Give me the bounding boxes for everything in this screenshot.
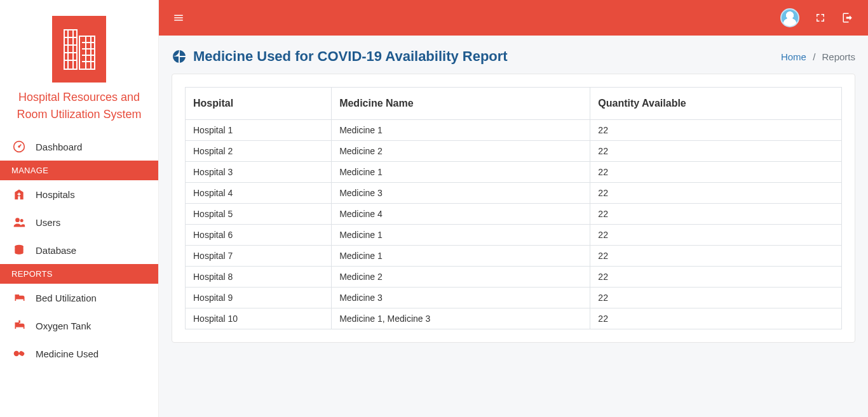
cell-hospital: Hospital 1 — [186, 120, 332, 141]
cell-hospital: Hospital 8 — [186, 267, 332, 288]
oxygen-tank-icon — [13, 319, 28, 332]
sidebar-item-label: Oxygen Tank — [36, 321, 91, 331]
cell-hospital: Hospital 5 — [186, 204, 332, 225]
sidebar-item-users[interactable]: Users — [0, 208, 158, 236]
cell-hospital: Hospital 3 — [186, 162, 332, 183]
svg-rect-17 — [18, 194, 21, 195]
sidebar-item-label: Dashboard — [36, 142, 82, 152]
hamburger-icon — [173, 12, 184, 23]
user-avatar[interactable] — [780, 8, 799, 27]
cell-medicine: Medicine 1 — [332, 162, 590, 183]
breadcrumb-home[interactable]: Home — [781, 51, 806, 62]
cell-medicine: Medicine 1 — [332, 120, 590, 141]
sidebar-header-manage: MANAGE — [0, 161, 158, 180]
database-icon — [13, 244, 28, 256]
table-row: Hospital 9Medicine 322 — [186, 288, 842, 308]
dashboard-icon — [13, 140, 28, 153]
sidebar-item-label: Bed Utilization — [36, 293, 97, 303]
cell-hospital: Hospital 4 — [186, 183, 332, 204]
cell-qty: 22 — [590, 267, 842, 288]
col-hospital: Hospital — [186, 88, 332, 120]
sidebar-item-hospitals[interactable]: Hospitals — [0, 180, 158, 208]
sidebar-item-dashboard[interactable]: Dashboard — [0, 133, 158, 161]
cell-qty: 22 — [590, 162, 842, 183]
menu-toggle-button[interactable] — [173, 12, 184, 23]
table-row: Hospital 7Medicine 122 — [186, 246, 842, 267]
svg-point-18 — [15, 218, 20, 222]
sidebar-item-label: Database — [36, 245, 76, 256]
pills-icon — [13, 347, 28, 355]
bed-icon — [13, 291, 28, 304]
svg-rect-23 — [18, 350, 25, 355]
cell-medicine: Medicine 3 — [332, 183, 590, 204]
hospital-icon — [13, 188, 28, 201]
svg-rect-1 — [79, 36, 95, 69]
cell-qty: 22 — [590, 225, 842, 246]
sidebar-item-label: Hospitals — [36, 189, 75, 200]
cell-medicine: Medicine 1, Medicine 3 — [332, 308, 590, 329]
brand-line1: Hospital Resources and — [6, 89, 152, 106]
page-title-text: Medicine Used for COVID-19 Availability … — [193, 48, 508, 65]
main-content: Medicine Used for COVID-19 Availability … — [159, 0, 868, 343]
table-row: Hospital 5Medicine 422 — [186, 204, 842, 225]
cell-medicine: Medicine 3 — [332, 288, 590, 308]
breadcrumb-current: Reports — [822, 51, 855, 62]
brand-area: Hospital Resources and Room Utilization … — [0, 0, 158, 133]
cell-qty: 22 — [590, 141, 842, 162]
table-row: Hospital 1Medicine 122 — [186, 120, 842, 141]
cell-qty: 22 — [590, 120, 842, 141]
sidebar-item-bed-utilization[interactable]: Bed Utilization — [0, 284, 158, 312]
cell-qty: 22 — [590, 288, 842, 308]
brand-title: Hospital Resources and Room Utilization … — [6, 89, 152, 123]
svg-point-22 — [14, 351, 19, 355]
page-header: Medicine Used for COVID-19 Availability … — [159, 36, 868, 74]
cell-medicine: Medicine 1 — [332, 246, 590, 267]
table-row: Hospital 2Medicine 222 — [186, 141, 842, 162]
col-qty: Quantity Available — [590, 88, 842, 120]
cell-qty: 22 — [590, 204, 842, 225]
page-title: Medicine Used for COVID-19 Availability … — [172, 48, 508, 65]
svg-rect-0 — [64, 30, 77, 69]
cell-hospital: Hospital 10 — [186, 308, 332, 329]
fullscreen-button[interactable] — [815, 12, 826, 23]
col-medicine: Medicine Name — [332, 88, 590, 120]
sidebar-item-oxygen-tank[interactable]: Oxygen Tank — [0, 312, 158, 340]
table-row: Hospital 10Medicine 1, Medicine 322 — [186, 308, 842, 329]
logout-button[interactable] — [841, 12, 854, 23]
report-card: Hospital Medicine Name Quantity Availabl… — [172, 74, 855, 343]
sidebar: Hospital Resources and Room Utilization … — [0, 0, 159, 355]
cell-medicine: Medicine 1 — [332, 225, 590, 246]
cell-medicine: Medicine 4 — [332, 204, 590, 225]
cell-medicine: Medicine 2 — [332, 267, 590, 288]
cell-hospital: Hospital 7 — [186, 246, 332, 267]
svg-point-19 — [20, 219, 24, 222]
breadcrumb: Home / Reports — [781, 51, 855, 62]
sidebar-item-label: Medicine Used — [36, 348, 98, 356]
building-icon — [60, 25, 98, 74]
brand-logo — [52, 16, 106, 83]
sidebar-item-medicine-used[interactable]: Medicine Used — [0, 340, 158, 355]
table-row: Hospital 8Medicine 222 — [186, 267, 842, 288]
table-row: Hospital 3Medicine 122 — [186, 162, 842, 183]
breadcrumb-separator: / — [813, 51, 815, 62]
pie-chart-icon — [172, 49, 187, 64]
table-row: Hospital 4Medicine 322 — [186, 183, 842, 204]
svg-rect-21 — [18, 321, 20, 323]
cell-hospital: Hospital 6 — [186, 225, 332, 246]
sidebar-item-database[interactable]: Database — [0, 236, 158, 264]
table-header-row: Hospital Medicine Name Quantity Availabl… — [186, 88, 842, 120]
brand-line2: Room Utilization System — [6, 106, 152, 123]
cell-qty: 22 — [590, 183, 842, 204]
cell-hospital: Hospital 9 — [186, 288, 332, 308]
report-table: Hospital Medicine Name Quantity Availabl… — [185, 87, 842, 329]
svg-point-15 — [18, 145, 20, 147]
table-row: Hospital 6Medicine 122 — [186, 225, 842, 246]
users-icon — [13, 216, 28, 228]
sidebar-header-reports: REPORTS — [0, 264, 158, 284]
cell-qty: 22 — [590, 308, 842, 329]
sign-out-icon — [841, 12, 854, 23]
sidebar-item-label: Users — [36, 217, 60, 228]
cell-hospital: Hospital 2 — [186, 141, 332, 162]
expand-icon — [815, 12, 826, 23]
cell-qty: 22 — [590, 246, 842, 267]
